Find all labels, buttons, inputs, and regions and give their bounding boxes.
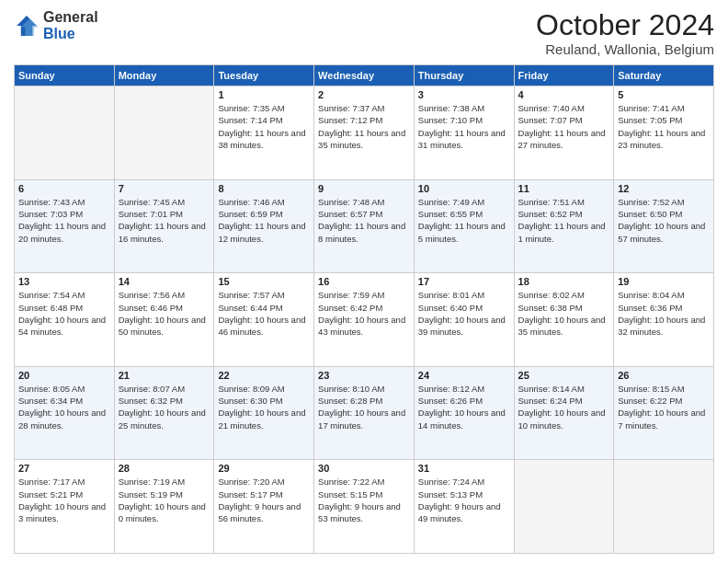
table-row: 16Sunrise: 7:59 AMSunset: 6:42 PMDayligh…: [314, 273, 415, 367]
header: General Blue October 2024 Reuland, Wallo…: [14, 9, 714, 57]
day-number: 20: [18, 370, 110, 381]
day-number: 12: [618, 183, 710, 194]
day-number: 30: [318, 463, 410, 474]
day-number: 21: [119, 370, 210, 381]
day-detail: Sunrise: 8:01 AMSunset: 6:40 PMDaylight:…: [418, 289, 510, 338]
table-row: 26Sunrise: 8:15 AMSunset: 6:22 PMDayligh…: [614, 366, 714, 460]
day-number: 1: [218, 89, 310, 100]
table-row: 29Sunrise: 7:20 AMSunset: 5:17 PMDayligh…: [214, 460, 314, 554]
table-row: 20Sunrise: 8:05 AMSunset: 6:34 PMDayligh…: [15, 366, 115, 460]
day-detail: Sunrise: 8:09 AMSunset: 6:30 PMDaylight:…: [218, 383, 310, 431]
calendar-week-row: 20Sunrise: 8:05 AMSunset: 6:34 PMDayligh…: [15, 366, 714, 460]
table-row: [114, 86, 214, 180]
table-row: 5Sunrise: 7:41 AMSunset: 7:05 PMDaylight…: [614, 86, 714, 180]
table-row: 31Sunrise: 7:24 AMSunset: 5:13 PMDayligh…: [414, 460, 514, 554]
table-row: 9Sunrise: 7:48 AMSunset: 6:57 PMDaylight…: [314, 179, 415, 273]
table-row: 4Sunrise: 7:40 AMSunset: 7:07 PMDaylight…: [514, 86, 614, 180]
col-sunday: Sunday: [15, 65, 115, 86]
day-detail: Sunrise: 7:17 AMSunset: 5:21 PMDaylight:…: [18, 476, 110, 524]
logo-general: General: [43, 9, 98, 26]
table-row: 1Sunrise: 7:35 AMSunset: 7:14 PMDaylight…: [214, 86, 314, 180]
day-detail: Sunrise: 7:40 AMSunset: 7:07 PMDaylight:…: [518, 102, 610, 151]
table-row: 7Sunrise: 7:45 AMSunset: 7:01 PMDaylight…: [114, 179, 214, 273]
day-detail: Sunrise: 7:57 AMSunset: 6:44 PMDaylight:…: [218, 289, 310, 338]
day-detail: Sunrise: 7:45 AMSunset: 7:01 PMDaylight:…: [119, 196, 210, 245]
col-thursday: Thursday: [414, 65, 514, 86]
col-tuesday: Tuesday: [214, 65, 314, 86]
day-detail: Sunrise: 7:38 AMSunset: 7:10 PMDaylight:…: [418, 102, 510, 151]
day-detail: Sunrise: 8:15 AMSunset: 6:22 PMDaylight:…: [618, 383, 710, 431]
table-row: 30Sunrise: 7:22 AMSunset: 5:15 PMDayligh…: [314, 460, 415, 554]
col-friday: Friday: [514, 65, 614, 86]
day-number: 6: [18, 183, 110, 194]
day-detail: Sunrise: 7:22 AMSunset: 5:15 PMDaylight:…: [318, 476, 410, 524]
main-title: October 2024: [536, 9, 714, 41]
day-number: 4: [518, 89, 610, 100]
day-detail: Sunrise: 7:51 AMSunset: 6:52 PMDaylight:…: [518, 196, 610, 245]
day-detail: Sunrise: 7:46 AMSunset: 6:59 PMDaylight:…: [218, 196, 310, 245]
day-detail: Sunrise: 7:59 AMSunset: 6:42 PMDaylight:…: [318, 289, 410, 338]
table-row: [15, 86, 115, 180]
day-number: 13: [18, 276, 110, 287]
table-row: 27Sunrise: 7:17 AMSunset: 5:21 PMDayligh…: [15, 460, 115, 554]
day-number: 10: [418, 183, 510, 194]
day-detail: Sunrise: 8:07 AMSunset: 6:32 PMDaylight:…: [119, 383, 210, 431]
day-number: 9: [318, 183, 410, 194]
day-detail: Sunrise: 7:35 AMSunset: 7:14 PMDaylight:…: [218, 102, 310, 151]
day-number: 17: [418, 276, 510, 287]
day-number: 29: [218, 463, 310, 474]
table-row: [514, 460, 614, 554]
day-detail: Sunrise: 8:05 AMSunset: 6:34 PMDaylight:…: [18, 383, 110, 431]
day-number: 14: [119, 276, 210, 287]
table-row: 10Sunrise: 7:49 AMSunset: 6:55 PMDayligh…: [414, 179, 514, 273]
col-saturday: Saturday: [614, 65, 714, 86]
logo-text: General Blue: [43, 9, 98, 41]
table-row: 19Sunrise: 8:04 AMSunset: 6:36 PMDayligh…: [614, 273, 714, 367]
day-number: 5: [618, 89, 710, 100]
col-monday: Monday: [114, 65, 214, 86]
day-number: 25: [518, 370, 610, 381]
day-detail: Sunrise: 8:12 AMSunset: 6:26 PMDaylight:…: [418, 383, 510, 431]
calendar-week-row: 1Sunrise: 7:35 AMSunset: 7:14 PMDaylight…: [15, 86, 714, 180]
calendar-header-row: Sunday Monday Tuesday Wednesday Thursday…: [15, 65, 714, 86]
table-row: 3Sunrise: 7:38 AMSunset: 7:10 PMDaylight…: [414, 86, 514, 180]
table-row: 21Sunrise: 8:07 AMSunset: 6:32 PMDayligh…: [114, 366, 214, 460]
day-detail: Sunrise: 8:04 AMSunset: 6:36 PMDaylight:…: [618, 289, 710, 338]
day-number: 31: [418, 463, 510, 474]
day-detail: Sunrise: 8:14 AMSunset: 6:24 PMDaylight:…: [518, 383, 610, 431]
logo-blue: Blue: [43, 26, 98, 42]
day-detail: Sunrise: 7:37 AMSunset: 7:12 PMDaylight:…: [318, 102, 410, 151]
calendar-table: Sunday Monday Tuesday Wednesday Thursday…: [14, 64, 714, 554]
day-number: 18: [518, 276, 610, 287]
day-detail: Sunrise: 7:56 AMSunset: 6:46 PMDaylight:…: [119, 289, 210, 338]
day-number: 16: [318, 276, 410, 287]
day-number: 2: [318, 89, 410, 100]
day-number: 28: [119, 463, 210, 474]
table-row: 24Sunrise: 8:12 AMSunset: 6:26 PMDayligh…: [414, 366, 514, 460]
table-row: 6Sunrise: 7:43 AMSunset: 7:03 PMDaylight…: [15, 179, 115, 273]
day-number: 27: [18, 463, 110, 474]
day-number: 3: [418, 89, 510, 100]
day-number: 11: [518, 183, 610, 194]
day-detail: Sunrise: 7:48 AMSunset: 6:57 PMDaylight:…: [318, 196, 410, 245]
day-detail: Sunrise: 8:10 AMSunset: 6:28 PMDaylight:…: [318, 383, 410, 431]
calendar-week-row: 6Sunrise: 7:43 AMSunset: 7:03 PMDaylight…: [15, 179, 714, 273]
day-detail: Sunrise: 7:43 AMSunset: 7:03 PMDaylight:…: [18, 196, 110, 245]
day-number: 19: [618, 276, 710, 287]
logo-icon: [14, 13, 40, 39]
table-row: 17Sunrise: 8:01 AMSunset: 6:40 PMDayligh…: [414, 273, 514, 367]
day-detail: Sunrise: 7:41 AMSunset: 7:05 PMDaylight:…: [618, 102, 710, 151]
day-detail: Sunrise: 7:24 AMSunset: 5:13 PMDaylight:…: [418, 476, 510, 524]
day-number: 24: [418, 370, 510, 381]
table-row: 12Sunrise: 7:52 AMSunset: 6:50 PMDayligh…: [614, 179, 714, 273]
day-detail: Sunrise: 7:52 AMSunset: 6:50 PMDaylight:…: [618, 196, 710, 245]
table-row: 8Sunrise: 7:46 AMSunset: 6:59 PMDaylight…: [214, 179, 314, 273]
day-detail: Sunrise: 7:19 AMSunset: 5:19 PMDaylight:…: [119, 476, 210, 524]
calendar-week-row: 13Sunrise: 7:54 AMSunset: 6:48 PMDayligh…: [15, 273, 714, 367]
day-number: 8: [218, 183, 310, 194]
table-row: 2Sunrise: 7:37 AMSunset: 7:12 PMDaylight…: [314, 86, 415, 180]
table-row: 28Sunrise: 7:19 AMSunset: 5:19 PMDayligh…: [114, 460, 214, 554]
day-detail: Sunrise: 7:49 AMSunset: 6:55 PMDaylight:…: [418, 196, 510, 245]
table-row: 14Sunrise: 7:56 AMSunset: 6:46 PMDayligh…: [114, 273, 214, 367]
day-number: 15: [218, 276, 310, 287]
